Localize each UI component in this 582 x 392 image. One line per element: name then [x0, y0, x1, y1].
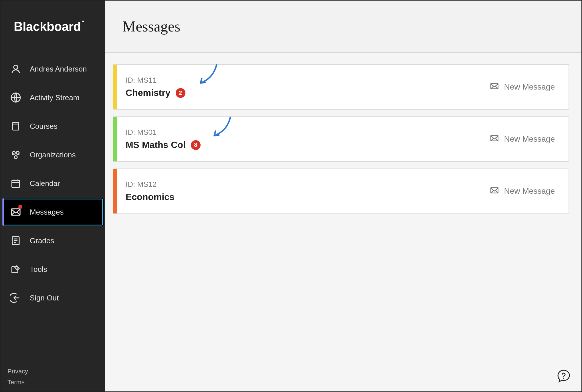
globe-icon: [10, 92, 22, 104]
sidebar: Blackboard Andres Anderson Activity Stre…: [1, 1, 105, 391]
svg-rect-2: [13, 122, 19, 130]
new-message-label: New Message: [504, 82, 555, 92]
unread-badge: 2: [176, 88, 185, 98]
edit-icon: [10, 263, 22, 275]
course-id: ID: MS01: [126, 128, 201, 137]
people-icon: [10, 149, 22, 161]
page-header: Messages: [105, 1, 581, 53]
svg-point-0: [14, 65, 18, 69]
brand-logo: Blackboard: [14, 19, 81, 34]
course-color-stripe: [113, 117, 117, 161]
notification-dot-icon: [18, 205, 22, 209]
new-message-button[interactable]: New Message: [490, 82, 555, 93]
svg-point-5: [14, 156, 17, 159]
course-name: MS Maths Col: [126, 140, 186, 150]
sign-out-icon: [10, 292, 22, 304]
envelope-icon: [490, 186, 499, 197]
course-id: ID: MS11: [126, 76, 185, 85]
brand-area: Blackboard: [1, 1, 105, 53]
sidebar-item-tools[interactable]: Tools: [1, 255, 105, 284]
svg-point-13: [563, 378, 564, 379]
sidebar-item-label: Courses: [30, 122, 58, 131]
envelope-icon: [10, 206, 22, 218]
unread-badge: 8: [191, 140, 201, 150]
sidebar-item-grades[interactable]: Grades: [1, 226, 105, 255]
footer-terms-link[interactable]: Terms: [7, 377, 105, 387]
envelope-icon: [490, 134, 499, 145]
sidebar-item-label: Activity Stream: [30, 93, 79, 102]
course-id: ID: MS12: [126, 180, 175, 189]
page-title: Messages: [122, 18, 180, 35]
sidebar-item-courses[interactable]: Courses: [1, 112, 105, 140]
footer-links: Privacy Terms: [1, 360, 105, 391]
new-message-button[interactable]: New Message: [490, 134, 555, 145]
sidebar-item-label: Messages: [30, 208, 64, 217]
envelope-icon: [490, 82, 499, 93]
main-content: Messages ID: MS11 Chemistry 2: [105, 1, 581, 391]
svg-rect-6: [12, 181, 20, 187]
new-message-label: New Message: [504, 134, 555, 144]
sidebar-item-sign-out[interactable]: Sign Out: [1, 284, 105, 312]
help-button[interactable]: [557, 369, 571, 383]
footer-privacy-link[interactable]: Privacy: [7, 366, 105, 377]
course-card[interactable]: ID: MS12 Economics New Message: [113, 169, 569, 214]
grades-icon: [10, 235, 22, 247]
sidebar-item-label: Sign Out: [30, 294, 59, 302]
sidebar-item-label: Organizations: [30, 151, 76, 159]
calendar-icon: [10, 177, 22, 189]
sidebar-item-label: Tools: [30, 265, 47, 274]
course-color-stripe: [113, 65, 117, 109]
sidebar-item-label: Calendar: [30, 179, 60, 188]
course-name: Economics: [126, 192, 175, 202]
book-icon: [10, 120, 22, 132]
sidebar-item-organizations[interactable]: Organizations: [1, 140, 105, 169]
course-card[interactable]: ID: MS11 Chemistry 2 New Message: [113, 64, 569, 110]
new-message-label: New Message: [504, 187, 555, 196]
sidebar-item-calendar[interactable]: Calendar: [1, 169, 105, 198]
user-icon: [10, 63, 22, 75]
sidebar-item-messages[interactable]: Messages: [2, 198, 104, 226]
sidebar-item-label: Andres Anderson: [30, 65, 87, 74]
course-color-stripe: [113, 169, 117, 213]
course-message-list: ID: MS11 Chemistry 2 New Message: [105, 53, 581, 214]
course-card[interactable]: ID: MS01 MS Maths Col 8 New Message: [113, 116, 569, 162]
sidebar-item-label: Grades: [30, 236, 54, 245]
sidebar-item-profile[interactable]: Andres Anderson: [1, 55, 105, 83]
primary-nav: Andres Anderson Activity Stream Courses …: [1, 53, 105, 360]
course-name: Chemistry: [126, 88, 171, 98]
sidebar-item-activity-stream[interactable]: Activity Stream: [1, 83, 105, 112]
new-message-button[interactable]: New Message: [490, 186, 555, 197]
